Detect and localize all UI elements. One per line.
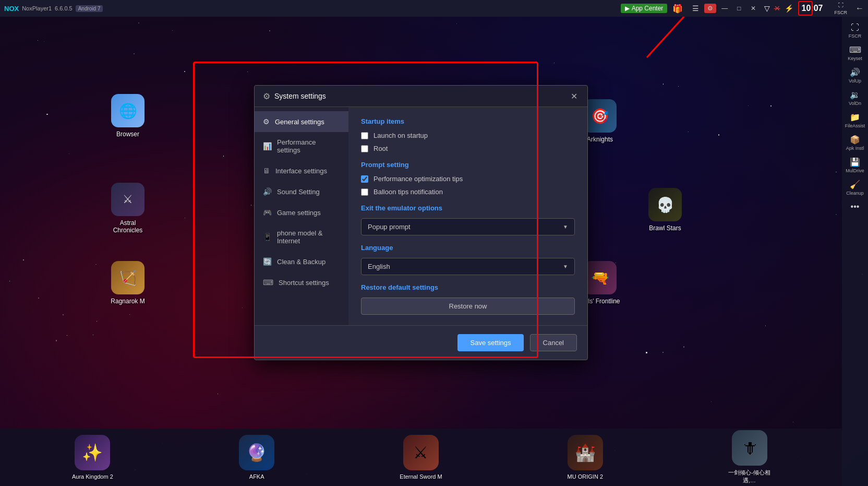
general-nav-icon: ⚙ — [263, 117, 270, 126]
nox-version-num: 6.6.0.5 — [55, 5, 73, 11]
eternal-label: Eternal Sword M — [400, 473, 442, 480]
more-icon: ••• — [851, 202, 860, 211]
fscr-sidebar-icon: ⛶ — [851, 23, 859, 32]
afka-label: AFKA — [249, 473, 264, 480]
exit-dropdown-arrow: ▼ — [563, 224, 568, 230]
app-center-button[interactable]: ▶ App Center — [621, 4, 668, 13]
nav-sound-setting[interactable]: 🔊 Sound Setting — [255, 181, 348, 202]
bottom-taskbar: ✨ Aura Kingdom 2 🔮 AFKA ⚔ Eternal Sword … — [0, 429, 842, 486]
sidebar-volup[interactable]: 🔊 VolUp — [842, 65, 868, 86]
cleanup-icon: 🧹 — [850, 180, 860, 189]
root-checkbox[interactable] — [361, 145, 368, 152]
mu-icon-img: 🏰 — [568, 435, 603, 470]
fscr-button[interactable]: ⛶ FSCR — [833, 1, 850, 16]
back-button[interactable]: ← — [851, 3, 868, 14]
time-display: 10:07 — [798, 4, 827, 13]
language-dropdown[interactable]: English ▼ — [361, 258, 575, 275]
perf-tips-row: Performance optimization tips — [361, 175, 575, 183]
dialog-content: Startup items Launch on startup Root Pro… — [348, 107, 587, 325]
sidebar-fileassist[interactable]: 📁 FileAssist — [842, 110, 868, 131]
perf-tips-label: Performance optimization tips — [373, 175, 463, 183]
launch-on-startup-checkbox[interactable] — [361, 132, 368, 139]
save-settings-button[interactable]: Save settings — [457, 334, 523, 351]
nav-general-settings[interactable]: ⚙ General settings — [255, 111, 348, 132]
play-icon: ▶ — [625, 5, 630, 12]
phone-nav-icon: 📱 — [263, 233, 272, 241]
nav-performance-settings[interactable]: 📊 Performance settings — [255, 132, 348, 160]
nox-version: NoxPlayer1 — [22, 5, 52, 11]
bottom-app-eternal[interactable]: ⚔ Eternal Sword M — [397, 435, 444, 480]
maximize-button[interactable]: □ — [733, 4, 745, 13]
launch-on-startup-label: Launch on startup — [373, 132, 428, 139]
dialog-body: ⚙ General settings 📊 Performance setting… — [255, 107, 587, 325]
bottom-app-afka[interactable]: 🔮 AFKA — [233, 435, 280, 480]
sidebar-fscr[interactable]: ⛶ FSCR — [842, 21, 868, 41]
settings-button[interactable]: ⚙ — [704, 4, 716, 13]
sidebar-muldrive[interactable]: 💾 MulDrive — [842, 155, 868, 175]
dialog-footer: Save settings Cancel — [255, 325, 587, 360]
game-nav-icon: 🎮 — [263, 208, 272, 217]
right-sidebar: ⛶ FSCR ⌨ Keyset 🔊 VolUp 🔉 VolDn 📁 FileAs… — [842, 17, 868, 486]
dialog-sidebar: ⚙ General settings 📊 Performance setting… — [255, 107, 348, 325]
perf-tips-checkbox[interactable] — [361, 175, 368, 183]
system-settings-dialog: ⚙ System settings ✕ ⚙ General settings 📊… — [254, 85, 588, 360]
exit-dropdown-row: Popup prompt ▼ — [361, 218, 575, 235]
clean-nav-icon: 🔄 — [263, 257, 272, 266]
restore-section-title: Restore default settings — [361, 283, 575, 291]
restore-now-button[interactable]: Restore now — [361, 298, 575, 315]
topbar: NOX NoxPlayer1 6.6.0.5 Android 7 ▶ App C… — [0, 0, 868, 17]
shortcut-nav-icon: ⌨ — [263, 278, 273, 287]
nox-logo-text: NOX — [4, 5, 19, 13]
sidebar-cleanup[interactable]: 🧹 Cleanup — [842, 177, 868, 198]
interface-nav-icon: 🖥 — [263, 167, 270, 175]
sound-nav-icon: 🔊 — [263, 187, 272, 196]
signal-icon: ✕ — [774, 4, 780, 13]
launch-on-startup-row: Launch on startup — [361, 132, 575, 139]
volup-icon: 🔊 — [850, 67, 860, 77]
menu-button[interactable]: ☰ — [688, 3, 703, 14]
aura-label: Aura Kingdom 2 — [72, 473, 113, 480]
minimize-button[interactable]: — — [717, 4, 732, 13]
dialog-overlay: ⚙ System settings ✕ ⚙ General settings 📊… — [0, 17, 842, 429]
topbar-right: ▶ App Center 🎁 ☰ ⚙ — □ ✕ — [621, 3, 764, 15]
sidebar-more[interactable]: ••• — [842, 200, 868, 215]
fscr-icon: ⛶ — [838, 2, 843, 8]
root-row: Root — [361, 145, 575, 152]
cancel-button[interactable]: Cancel — [530, 334, 577, 351]
keyset-icon: ⌨ — [849, 45, 861, 55]
nav-game-settings[interactable]: 🎮 Game settings — [255, 202, 348, 223]
android-badge: Android 7 — [76, 5, 103, 12]
sidebar-voldn[interactable]: 🔉 VolDn — [842, 88, 868, 108]
dialog-title: System settings — [274, 92, 564, 100]
balloon-tips-row: Balloon tips notification — [361, 188, 575, 196]
afka-icon-img: 🔮 — [239, 435, 274, 470]
sidebar-apkinstl[interactable]: 📦 Apk Instl — [842, 133, 868, 153]
mu-label: MU ORIGIN 2 — [568, 473, 603, 480]
sidebar-keyset[interactable]: ⌨ Keyset — [842, 43, 868, 63]
balloon-tips-checkbox[interactable] — [361, 188, 368, 196]
balloon-tips-label: Balloon tips notification — [373, 188, 443, 196]
sword-icon-img: 🗡 — [732, 430, 767, 466]
fileassist-icon: 📁 — [850, 112, 860, 122]
aura-icon-img: ✨ — [75, 435, 110, 470]
dialog-close-button[interactable]: ✕ — [569, 91, 579, 101]
language-section-title: Language — [361, 244, 575, 252]
nav-shortcut-settings[interactable]: ⌨ Shortcut settings — [255, 272, 348, 293]
wifi-icon: ▽ — [764, 4, 770, 13]
root-label: Root — [373, 145, 388, 152]
nav-phone-model[interactable]: 📱 phone model & Internet — [255, 223, 348, 251]
prompt-section-title: Prompt setting — [361, 161, 575, 169]
close-button[interactable]: ✕ — [746, 4, 760, 13]
gift-button[interactable]: 🎁 — [668, 3, 687, 15]
dialog-titlebar: ⚙ System settings ✕ — [255, 86, 587, 107]
bottom-app-sword[interactable]: 🗡 一剑倾心-倾心相遇,… — [726, 430, 773, 484]
exit-section-title: Exit the emulator options — [361, 204, 575, 212]
muldrive-icon: 💾 — [850, 157, 860, 167]
bottom-app-mu[interactable]: 🏰 MU ORIGIN 2 — [562, 435, 609, 480]
eternal-icon-img: ⚔ — [403, 435, 439, 470]
nav-clean-backup[interactable]: 🔄 Clean & Backup — [255, 251, 348, 272]
exit-dropdown[interactable]: Popup prompt ▼ — [361, 218, 575, 235]
bottom-app-aura[interactable]: ✨ Aura Kingdom 2 — [69, 435, 116, 480]
nav-interface-settings[interactable]: 🖥 Interface settings — [255, 160, 348, 181]
voldn-icon: 🔉 — [850, 90, 860, 100]
